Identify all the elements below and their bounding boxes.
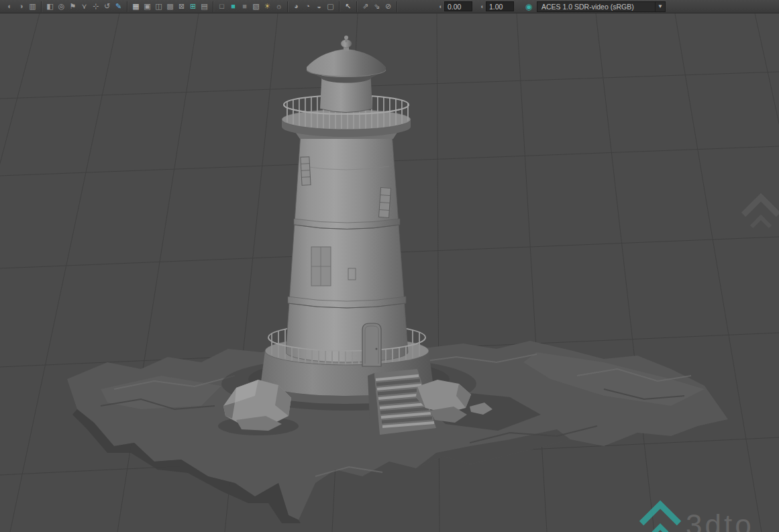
document-icon[interactable]: ▥: [27, 1, 38, 13]
pick-icon[interactable]: ⋎: [79, 1, 90, 13]
snap-panel-icon[interactable]: ◫: [153, 1, 164, 13]
door[interactable]: [362, 323, 381, 366]
watermark-text: 3dto: [686, 509, 754, 532]
toolbar-groups: ◐◑▥◧◎⚑⋎⊹↺✎▦▣◫▩⊠⊞▤□■■▧☀☼◕◔◒▢↖⇗⇘⊘: [1, 1, 397, 12]
shaded-sphere-icon[interactable]: ◐: [4, 1, 15, 13]
field-b-toggle-icon[interactable]: ◖: [478, 3, 486, 10]
value-field-b[interactable]: [486, 1, 514, 11]
flag-icon[interactable]: ⚑: [67, 1, 79, 13]
tower-window-left: [301, 157, 311, 186]
chevron-down-icon[interactable]: ▼: [655, 2, 665, 11]
light-icon[interactable]: ☀: [262, 1, 273, 13]
toolbar-fields: ◖ ◖: [436, 1, 519, 11]
tool-group: ◧◎⚑⋎⊹↺✎: [42, 1, 127, 12]
pencil-icon[interactable]: ✎: [113, 1, 124, 13]
transfer-group: ⇗⇘⊘: [357, 1, 397, 12]
snap-window-icon[interactable]: ▣: [142, 1, 153, 13]
application-window: ◐◑▥◧◎⚑⋎⊹↺✎▦▣◫▩⊠⊞▤□■■▧☀☼◕◔◒▢↖⇗⇘⊘ ◖ ◖ ◉ AC…: [0, 0, 779, 532]
color-management-wrap: ◉ ACES 1.0 SDR-video (sRGB) ▼: [523, 1, 666, 12]
cursor-icon[interactable]: ↖: [342, 1, 354, 13]
render-group: ◕◔◒▢: [288, 1, 340, 12]
scene-group: ◐◑▥: [1, 1, 42, 12]
tower-window-right: [378, 188, 391, 218]
tower-window-front: [311, 247, 331, 286]
sun-icon[interactable]: ☼: [273, 1, 284, 13]
value-field-b-wrap: ◖: [478, 1, 514, 11]
cube-shaded-icon[interactable]: ■: [239, 1, 250, 13]
snap-grid-icon[interactable]: ▦: [130, 1, 142, 13]
snap-text-icon[interactable]: ▤: [199, 1, 210, 13]
cursor-group: ↖: [340, 1, 357, 12]
snap-teal-icon[interactable]: ⊞: [187, 1, 199, 13]
field-a-toggle-icon[interactable]: ◖: [436, 3, 444, 10]
cube-stack-icon[interactable]: ▧: [250, 1, 262, 13]
tower[interactable]: [286, 123, 408, 362]
ipr-sphere-icon[interactable]: ◔: [302, 1, 313, 13]
render-region-icon[interactable]: ◒: [313, 1, 325, 13]
cube-outline-icon[interactable]: □: [216, 1, 227, 13]
color-management-icon[interactable]: ◉: [523, 1, 534, 12]
colorspace-label: ACES 1.0 SDR-video (sRGB): [537, 3, 655, 11]
pivot-icon[interactable]: ⊹: [90, 1, 101, 13]
target-icon[interactable]: ◎: [56, 1, 67, 13]
render-sphere-icon[interactable]: ◕: [291, 1, 302, 13]
colorspace-dropdown[interactable]: ACES 1.0 SDR-video (sRGB) ▼: [537, 1, 666, 12]
clear-icon[interactable]: ⊘: [382, 1, 394, 13]
object-group: □■■▧☀☼: [213, 1, 288, 12]
camera-icon[interactable]: ◧: [44, 1, 56, 13]
cube-active-icon[interactable]: ■: [227, 1, 239, 13]
export-icon[interactable]: ⇗: [360, 1, 371, 13]
viewport-panel[interactable]: 3dto: [0, 13, 779, 532]
material-sphere-icon[interactable]: ◑: [15, 1, 27, 13]
viewport-canvas[interactable]: 3dto: [0, 13, 779, 532]
render-settings-icon[interactable]: ▢: [325, 1, 336, 13]
status-line-toolbar: ◐◑▥◧◎⚑⋎⊹↺✎▦▣◫▩⊠⊞▤□■■▧☀☼◕◔◒▢↖⇗⇘⊘ ◖ ◖ ◉ AC…: [0, 0, 779, 13]
snap-dark-icon[interactable]: ▩: [164, 1, 176, 13]
rotate-tool-icon[interactable]: ↺: [101, 1, 113, 13]
finial-tip: [344, 36, 348, 40]
import-icon[interactable]: ⇘: [371, 1, 382, 13]
value-field-a-wrap: ◖: [436, 1, 472, 11]
value-field-a[interactable]: [444, 1, 472, 11]
door-knob: [376, 348, 378, 350]
snap-cross-icon[interactable]: ⊠: [176, 1, 187, 13]
snap-group: ▦▣◫▩⊠⊞▤: [127, 1, 213, 12]
